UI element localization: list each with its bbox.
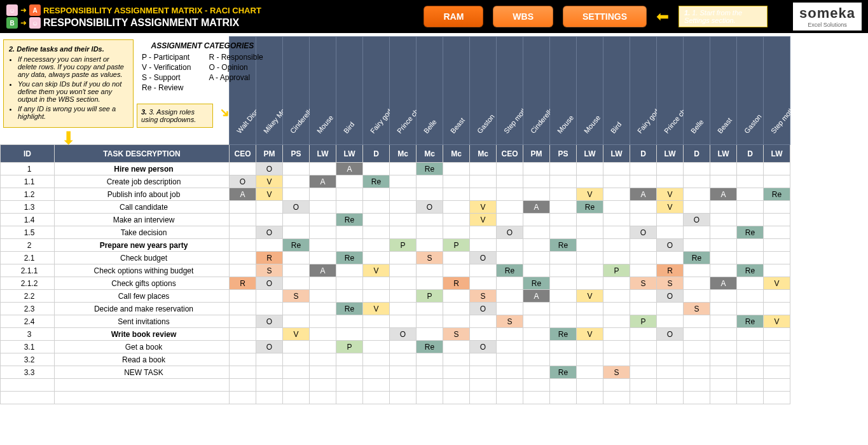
assignment-cell[interactable] [603, 303, 630, 315]
assignment-cell[interactable] [336, 175, 363, 188]
task-desc[interactable]: Make an interview [55, 214, 230, 226]
assignment-cell[interactable]: O [256, 341, 283, 353]
assignment-cell[interactable] [310, 290, 336, 303]
assignment-cell[interactable] [470, 163, 497, 175]
task-id[interactable]: 2 [1, 239, 55, 252]
assignment-cell[interactable] [230, 315, 256, 328]
assignment-cell[interactable] [363, 328, 390, 341]
assignment-cell[interactable] [417, 303, 443, 315]
assignment-cell[interactable] [283, 264, 310, 277]
assignment-cell[interactable] [577, 226, 603, 239]
assignment-cell[interactable] [764, 303, 790, 315]
assignment-cell[interactable] [737, 277, 764, 290]
assignment-cell[interactable] [710, 226, 737, 239]
assignment-cell[interactable] [630, 201, 657, 214]
assignment-cell[interactable] [336, 379, 363, 392]
assignment-cell[interactable] [710, 290, 737, 303]
assignment-cell[interactable]: Re [550, 239, 577, 252]
assignment-cell[interactable] [363, 366, 390, 379]
assignment-cell[interactable] [577, 303, 603, 315]
assignment-cell[interactable] [764, 379, 790, 392]
assignment-cell[interactable] [657, 379, 684, 392]
assignment-cell[interactable] [657, 226, 684, 239]
assignment-cell[interactable] [443, 315, 470, 328]
assignment-cell[interactable] [630, 379, 657, 392]
assignment-cell[interactable] [577, 277, 603, 290]
task-id[interactable]: 3.2 [1, 353, 55, 366]
assignment-cell[interactable]: O [417, 201, 443, 214]
task-desc[interactable]: Get a book [55, 341, 230, 353]
assignment-cell[interactable] [417, 328, 443, 341]
task-id[interactable]: 1.3 [1, 201, 55, 214]
assignment-cell[interactable] [603, 290, 630, 303]
assignment-cell[interactable] [657, 341, 684, 353]
assignment-cell[interactable]: Re [336, 252, 363, 264]
assignment-cell[interactable]: S [603, 366, 630, 379]
assignment-cell[interactable] [363, 290, 390, 303]
assignment-cell[interactable]: O [657, 290, 684, 303]
assignment-cell[interactable] [310, 366, 336, 379]
assignment-cell[interactable]: V [256, 175, 283, 188]
assignment-cell[interactable] [577, 366, 603, 379]
assignment-cell[interactable] [443, 303, 470, 315]
assignment-cell[interactable] [710, 315, 737, 328]
assignment-cell[interactable] [443, 188, 470, 201]
assignment-cell[interactable] [390, 214, 417, 226]
assignment-cell[interactable] [737, 379, 764, 392]
assignment-cell[interactable] [336, 328, 363, 341]
assignment-cell[interactable] [630, 163, 657, 175]
assignment-cell[interactable] [603, 392, 630, 404]
assignment-cell[interactable]: Re [523, 277, 550, 290]
assignment-cell[interactable] [684, 201, 710, 214]
assignment-cell[interactable] [684, 328, 710, 341]
assignment-cell[interactable] [336, 201, 363, 214]
assignment-cell[interactable] [256, 201, 283, 214]
assignment-cell[interactable] [443, 214, 470, 226]
assignment-cell[interactable] [443, 341, 470, 353]
assignment-cell[interactable] [523, 379, 550, 392]
assignment-cell[interactable] [230, 290, 256, 303]
task-desc[interactable]: Create job description [55, 175, 230, 188]
assignment-cell[interactable]: Re [737, 226, 764, 239]
assignment-cell[interactable] [710, 264, 737, 277]
assignment-cell[interactable] [550, 277, 577, 290]
assignment-cell[interactable] [657, 353, 684, 366]
assignment-cell[interactable] [443, 366, 470, 379]
assignment-cell[interactable]: Re [336, 303, 363, 315]
assignment-cell[interactable]: O [470, 341, 497, 353]
assignment-cell[interactable] [630, 303, 657, 315]
assignment-cell[interactable] [417, 175, 443, 188]
task-id[interactable] [1, 379, 55, 392]
assignment-cell[interactable] [497, 392, 523, 404]
assignment-cell[interactable] [630, 252, 657, 264]
assignment-cell[interactable]: P [630, 315, 657, 328]
assignment-cell[interactable] [310, 341, 336, 353]
assignment-cell[interactable] [764, 201, 790, 214]
assignment-cell[interactable]: V [657, 201, 684, 214]
assignment-cell[interactable] [684, 239, 710, 252]
assignment-cell[interactable] [737, 239, 764, 252]
assignment-cell[interactable] [417, 226, 443, 239]
assignment-cell[interactable] [497, 163, 523, 175]
assignment-cell[interactable] [630, 392, 657, 404]
assignment-cell[interactable] [684, 277, 710, 290]
assignment-cell[interactable] [737, 353, 764, 366]
assignment-cell[interactable] [230, 379, 256, 392]
assignment-cell[interactable]: V [577, 290, 603, 303]
assignment-cell[interactable] [256, 328, 283, 341]
assignment-cell[interactable]: P [336, 341, 363, 353]
assignment-cell[interactable] [363, 379, 390, 392]
assignment-cell[interactable] [283, 366, 310, 379]
assignment-cell[interactable] [577, 252, 603, 264]
assignment-cell[interactable]: V [577, 328, 603, 341]
assignment-cell[interactable] [230, 328, 256, 341]
assignment-cell[interactable] [764, 341, 790, 353]
assignment-cell[interactable] [710, 214, 737, 226]
assignment-cell[interactable] [630, 366, 657, 379]
assignment-cell[interactable] [710, 366, 737, 379]
task-desc[interactable]: Hire new person [55, 163, 230, 175]
assignment-cell[interactable] [603, 226, 630, 239]
assignment-cell[interactable] [443, 175, 470, 188]
assignment-cell[interactable] [390, 353, 417, 366]
assignment-cell[interactable] [336, 353, 363, 366]
